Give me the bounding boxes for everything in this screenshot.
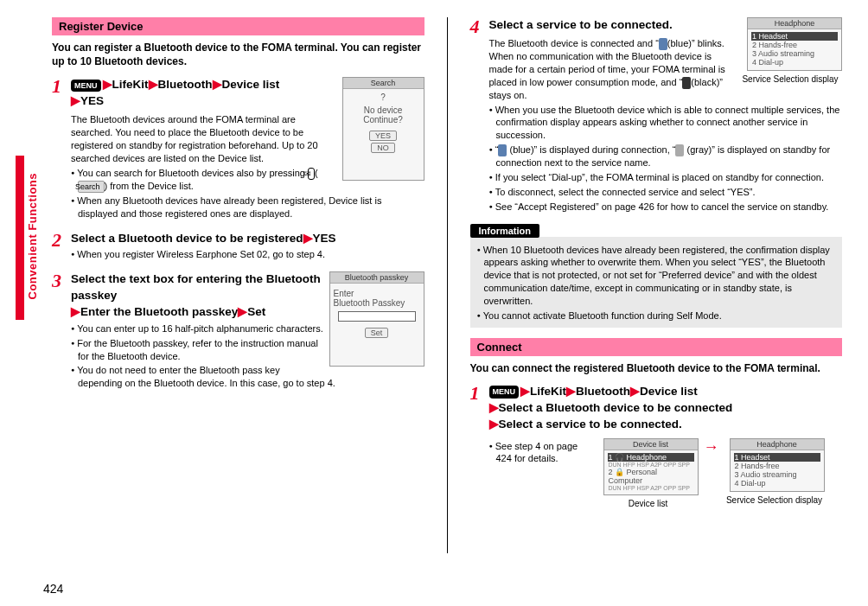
step-1-bullet: When any Bluetooth devices have already … <box>71 195 424 220</box>
page-number: 424 <box>43 582 63 596</box>
nav-item: YES <box>80 94 104 107</box>
nav-item: Set <box>247 305 265 318</box>
dialog-title: Headphone <box>731 439 824 450</box>
left-column: Register Device You can register a Bluet… <box>52 17 424 553</box>
service-row-audio[interactable]: 3 Audio streaming <box>734 470 820 479</box>
step-4-bullet: “ (blue)” is displayed during connection… <box>489 144 843 169</box>
screenshot-service-selection-wrap: Headphone 1 Headset 2 Hands-free 3 Audio… <box>738 17 842 84</box>
side-accent-bar <box>16 156 24 320</box>
nav-arrow: ▶ <box>489 401 499 414</box>
nav-item: LifeKit <box>530 385 566 398</box>
service-row-headset[interactable]: 1 Headset <box>734 453 820 462</box>
nav-arrow: ▶ <box>303 232 313 245</box>
step-4-bullet: See “Accept Registered” on page 426 for … <box>489 201 843 214</box>
screenshot-device-list: Device list 1 🎧 Headphone DUN HFP HSP A2… <box>603 438 699 495</box>
nav-item: Bluetooth <box>576 385 630 398</box>
step-4: 4 Headphone 1 Headset 2 Hands-free 3 Aud… <box>470 17 843 214</box>
yes-button[interactable]: YES <box>369 131 397 141</box>
dialog-icon: ? <box>347 92 420 102</box>
nav-arrow: ▶ <box>520 385 530 398</box>
nav-item: YES <box>313 232 336 245</box>
nav-arrow: ▶ <box>238 305 247 318</box>
connect-line2: Select a Bluetooth device to be connecte… <box>499 401 733 414</box>
dialog-text: No device <box>347 105 420 115</box>
passkey-input[interactable] <box>338 311 416 322</box>
service-row-audio[interactable]: 3 Audio streaming <box>751 49 838 58</box>
connect-step-1: 1 MENU▶LifeKit▶Bluetooth▶Device list ▶Se… <box>470 384 843 508</box>
bluetooth-black-icon <box>682 77 691 89</box>
dialog-title: Bluetooth passkey <box>330 272 424 284</box>
step-number: 1 <box>52 75 61 98</box>
info-bullet: When 10 Bluetooth devices have already b… <box>477 244 836 308</box>
screenshot-service-selection: Headphone 1 Headset 2 Hands-free 3 Audio… <box>747 17 842 71</box>
information-box: When 10 Bluetooth devices have already b… <box>470 237 843 328</box>
connect-detail-row: See step 4 on page 424 for details. Devi… <box>489 438 843 508</box>
mail-softkey-icon: ✉ <box>308 168 315 180</box>
nav-item: Device list <box>222 78 280 91</box>
menu-button-icon: MENU <box>71 80 101 92</box>
column-divider <box>447 17 448 553</box>
step-3-line2: Enter the Bluetooth passkey <box>80 305 238 318</box>
connect-intro: You can connect the registered Bluetooth… <box>470 361 843 375</box>
dialog-text: Bluetooth Passkey <box>334 298 420 308</box>
nav-item: Bluetooth <box>158 78 213 91</box>
step-3: 3 Bluetooth passkey Enter Bluetooth Pass… <box>52 271 424 390</box>
nav-arrow: ▶ <box>489 418 499 431</box>
step-4-bullet: To disconnect, select the connected serv… <box>489 186 843 199</box>
screenshot-service-selection-wrap: Headphone 1 Headset 2 Hands-free 3 Audio… <box>724 438 825 505</box>
screenshot-service-selection: Headphone 1 Headset 2 Hands-free 3 Audio… <box>730 438 825 492</box>
section-heading-register: Register Device <box>52 17 424 35</box>
nav-arrow: ▶ <box>566 385 576 398</box>
section-heading-connect: Connect <box>470 338 843 356</box>
step-3-line1: Select the text box for entering the Blu… <box>71 272 321 302</box>
screenshot-device-list-wrap: Device list 1 🎧 Headphone DUN HFP HSP A2… <box>598 438 699 508</box>
nav-item: Device list <box>640 385 698 398</box>
nav-arrow: ▶ <box>630 385 640 398</box>
service-row-headset[interactable]: 1 Headset <box>751 32 838 41</box>
connect-bullet: See step 4 on page 424 for details. <box>489 440 593 466</box>
step-3-bullet: You do not need to enter the Bluetooth p… <box>71 364 424 390</box>
nav-arrow: ▶ <box>149 78 158 91</box>
dialog-title: Headphone <box>748 18 841 29</box>
information-block: Information When 10 Bluetooth devices ha… <box>470 224 843 328</box>
side-section-label: Convenient Functions <box>26 173 39 300</box>
step-1: 1 Search ? No device Continue? YES NO ME… <box>52 77 424 220</box>
device-row-caps: DUN HFP HSP A2P OPP SPP <box>608 462 694 468</box>
service-row-dialup[interactable]: 4 Dial-up <box>734 479 820 488</box>
device-row-caps: DUN HFP HSP A2P OPP SPP <box>608 485 694 491</box>
dialog-title: Device list <box>604 439 698 450</box>
step-number: 1 <box>470 382 480 405</box>
step-4-bullet: If you select “Dial-up”, the FOMA termin… <box>489 171 843 184</box>
information-label: Information <box>470 224 540 238</box>
step-2: 2 Select a Bluetooth device to be regist… <box>52 231 424 262</box>
info-bullet: You cannot activate Bluetooth function d… <box>477 309 836 322</box>
bluetooth-blue-icon <box>659 38 667 50</box>
menu-button-icon: MENU <box>489 386 520 399</box>
step-2-title: Select a Bluetooth device to be register… <box>71 231 424 247</box>
register-intro: You can register a Bluetooth device to t… <box>52 41 424 68</box>
search-softkey: Search <box>78 181 105 193</box>
screenshot-search-dialog: Search ? No device Continue? YES NO <box>342 77 424 181</box>
service-row-dialup[interactable]: 4 Dial-up <box>751 58 838 67</box>
nav-arrow: ▶ <box>71 94 80 107</box>
nav-arrow: ▶ <box>103 78 112 91</box>
bluetooth-gray-icon <box>675 144 684 156</box>
step-number: 4 <box>470 16 480 38</box>
service-row-handsfree[interactable]: 2 Hands-free <box>751 41 838 49</box>
step-2-bullet: When you register Wireless Earphone Set … <box>71 248 424 261</box>
step-number: 2 <box>52 229 61 252</box>
bluetooth-blue-icon <box>498 144 507 156</box>
nav-item: LifeKit <box>112 78 149 91</box>
step-4-bullet: When you use the Bluetooth device which … <box>489 104 843 143</box>
service-row-handsfree[interactable]: 2 Hands-free <box>734 462 820 470</box>
page: Convenient Functions Register Device You… <box>0 0 868 606</box>
right-column: 4 Headphone 1 Headset 2 Hands-free 3 Aud… <box>470 17 843 553</box>
flow-arrow-icon: → <box>704 438 719 456</box>
dialog-text: Enter <box>334 289 420 298</box>
device-row-pc[interactable]: 2 🔒 Personal Computer <box>608 468 694 485</box>
set-button[interactable]: Set <box>365 328 389 338</box>
step-2-text: Select a Bluetooth device to be register… <box>71 232 303 245</box>
two-column-layout: Register Device You can register a Bluet… <box>52 17 842 553</box>
no-button[interactable]: NO <box>371 143 395 153</box>
device-row-headphone[interactable]: 1 🎧 Headphone <box>608 453 694 462</box>
